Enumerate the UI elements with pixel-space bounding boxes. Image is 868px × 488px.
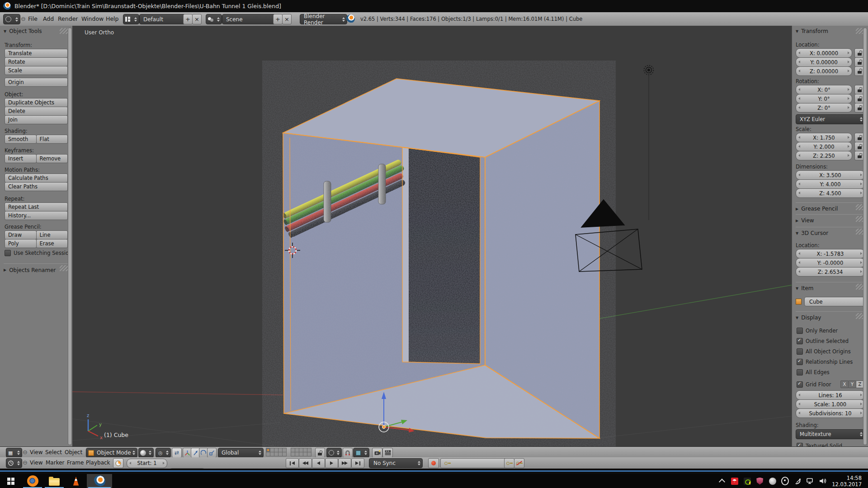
tray-chevron-up-icon[interactable] xyxy=(718,477,726,485)
join-button[interactable]: Join xyxy=(5,115,68,124)
sync-mode-select[interactable]: No Sync xyxy=(369,458,423,468)
snap-element-select[interactable] xyxy=(353,448,369,458)
auto-keyframe-button[interactable] xyxy=(428,458,439,468)
lock-to-scene-button[interactable] xyxy=(315,448,325,458)
insert-keyframe-button[interactable]: Insert xyxy=(5,154,37,163)
tray-steelseries-icon[interactable] xyxy=(781,477,789,485)
taskbar-firefox[interactable] xyxy=(22,474,43,488)
panel-object-tools[interactable]: ▼ Object Tools xyxy=(4,27,70,36)
menu-file[interactable]: File xyxy=(28,12,38,26)
menu-add[interactable]: Add xyxy=(43,12,54,26)
render-opengl-button[interactable] xyxy=(372,448,382,458)
panel-objects-renamer[interactable]: ▶ Objects Renamer xyxy=(4,263,70,275)
previous-keyframe-button[interactable] xyxy=(299,458,312,468)
title-bar[interactable]: Blender* [D:\Dominic\Train Sim\Braunstad… xyxy=(0,0,868,12)
dimensions-x-field[interactable]: X: 3.500 xyxy=(796,170,865,180)
delete-keyframes-button[interactable] xyxy=(514,458,524,468)
tray-shield-icon[interactable] xyxy=(756,477,764,485)
tray-network-icon[interactable] xyxy=(807,477,814,485)
duplicate-objects-button[interactable]: Duplicate Objects xyxy=(5,98,68,107)
tray-nvidia-icon[interactable] xyxy=(743,477,751,485)
collapse-menus-icon[interactable]: ⊖ xyxy=(21,15,26,22)
tool-shelf-scrollbar[interactable] xyxy=(68,28,72,445)
textured-solid-checkbox[interactable]: Textured Solid xyxy=(797,443,864,446)
viewport-shading-select[interactable] xyxy=(138,448,154,458)
delete-layout-button[interactable]: × xyxy=(192,14,202,24)
manipulator-scale-button[interactable] xyxy=(207,448,217,458)
dimensions-z-field[interactable]: Z: 4.500 xyxy=(796,188,865,198)
tray-volume-icon[interactable] xyxy=(819,477,827,485)
grid-subdivisions-field[interactable]: Subdivisions: 10 xyxy=(796,408,865,418)
layer-grid-right[interactable] xyxy=(291,448,311,456)
repeat-last-button[interactable]: Repeat Last xyxy=(5,202,68,211)
dimensions-y-field[interactable]: Y: 4.000 xyxy=(796,179,865,189)
manipulator-toggle[interactable]: ⇄ xyxy=(172,448,182,458)
translate-button[interactable]: Translate xyxy=(5,49,68,58)
menu-object[interactable]: Object xyxy=(65,447,82,458)
grid-scale-field[interactable]: Scale: 1.000 xyxy=(796,399,865,409)
delete-button[interactable]: Delete xyxy=(5,107,68,116)
scale-x-field[interactable]: X: 1.750 xyxy=(796,133,852,142)
outline-selected-checkbox[interactable]: Outline Selected xyxy=(797,338,864,344)
cursor-y-field[interactable]: Y: -0.0000 xyxy=(796,258,865,267)
editor-type-button-info[interactable] xyxy=(3,14,20,24)
relationship-lines-checkbox[interactable]: Relationship Lines xyxy=(797,359,864,365)
gp-line-button[interactable]: Line xyxy=(36,230,68,239)
grid-floor-checkbox[interactable]: Grid Floor X Y Z xyxy=(797,380,864,388)
screen-layout-field[interactable]: Default xyxy=(139,14,186,24)
tray-avira-icon[interactable]: ☂ xyxy=(731,477,738,485)
location-z-field[interactable]: Z: 0.00000 xyxy=(796,66,852,76)
menu-render[interactable]: Render xyxy=(58,12,78,26)
rotation-mode-select[interactable]: XYZ Euler xyxy=(796,114,865,124)
taskbar-blender[interactable] xyxy=(87,474,112,488)
menu-view[interactable]: View xyxy=(30,457,42,469)
scene-name-field[interactable]: Scene xyxy=(222,14,276,24)
taskbar-clock[interactable]: 14:58 12.03.2017 xyxy=(832,475,865,488)
cursor-x-field[interactable]: X: -1.5783 xyxy=(796,249,865,258)
scale-button[interactable]: Scale xyxy=(5,66,68,75)
play-button[interactable] xyxy=(325,458,338,468)
history-button[interactable]: History... xyxy=(5,211,68,220)
panel-display[interactable]: ▼ Display xyxy=(796,311,866,322)
frame-start-field[interactable]: Start: 1 xyxy=(127,459,167,468)
collapse-menus-icon[interactable]: ⊖ xyxy=(23,449,28,455)
scene-icon-button[interactable] xyxy=(206,14,222,24)
pivot-point-select[interactable]: ◎ xyxy=(156,448,171,458)
next-keyframe-button[interactable] xyxy=(338,458,351,468)
panel-grease-pencil[interactable]: ▶ Grease Pencil xyxy=(796,202,866,213)
scale-z-field[interactable]: Z: 2.250 xyxy=(796,151,852,160)
time-cursor-toggle[interactable] xyxy=(113,458,123,468)
panel-item[interactable]: ▼ Item xyxy=(796,282,866,293)
screen-layout-icon-button[interactable] xyxy=(123,14,139,24)
editor-type-button-3dview[interactable]: ▦ xyxy=(6,448,22,458)
all-object-origins-checkbox[interactable]: All Object Origins xyxy=(797,348,864,355)
editor-type-button-timeline[interactable] xyxy=(6,458,22,468)
gp-erase-button[interactable]: Erase xyxy=(36,239,68,248)
cube-object[interactable] xyxy=(278,79,599,438)
origin-button[interactable]: Origin xyxy=(5,78,68,87)
rotation-y-field[interactable]: Y: 0° xyxy=(796,94,852,103)
panel-3d-cursor[interactable]: ▼ 3D Cursor xyxy=(796,227,866,238)
gp-poly-button[interactable]: Poly xyxy=(5,239,37,248)
menu-view[interactable]: View xyxy=(30,447,42,458)
proportional-edit-select[interactable] xyxy=(326,448,342,458)
delete-scene-button[interactable]: × xyxy=(282,14,292,24)
transform-orientation-select[interactable]: Global xyxy=(218,448,264,458)
add-scene-button[interactable]: + xyxy=(273,14,283,24)
menu-select[interactable]: Select xyxy=(45,447,62,458)
render-animation-button[interactable] xyxy=(382,448,393,458)
play-reverse-button[interactable] xyxy=(312,458,325,468)
panel-transform[interactable]: ▼ Transform xyxy=(796,27,866,36)
panel-view[interactable]: ▶ View xyxy=(796,214,866,225)
smooth-button[interactable]: Smooth xyxy=(5,135,37,144)
taskbar-explorer[interactable] xyxy=(43,474,65,488)
grid-axis-y-toggle[interactable]: Y xyxy=(848,380,856,388)
cursor-z-field[interactable]: Z: 2.6534 xyxy=(796,267,865,277)
jump-to-start-button[interactable] xyxy=(286,458,299,468)
flat-button[interactable]: Flat xyxy=(36,135,68,144)
jump-to-end-button[interactable] xyxy=(351,458,364,468)
start-button[interactable] xyxy=(0,474,22,488)
viewport-3d[interactable]: z y x User Ortho (1) Cube xyxy=(72,26,792,446)
use-sketching-session-checkbox[interactable]: Use Sketching Sessio xyxy=(5,250,68,256)
location-x-field[interactable]: X: 0.00000 xyxy=(796,48,852,58)
